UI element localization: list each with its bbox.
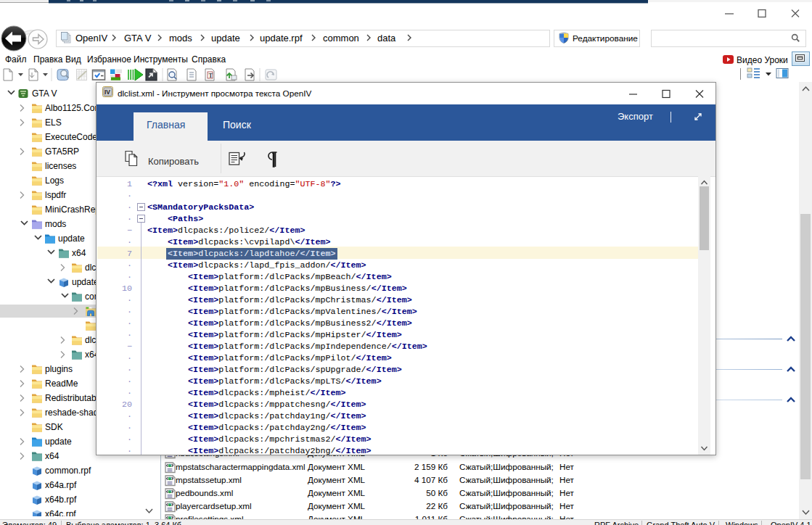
svg-text:update: update bbox=[58, 233, 85, 244]
svg-text:plugins: plugins bbox=[45, 364, 73, 374]
svg-text:T: T bbox=[209, 73, 213, 79]
svg-text:Нет: Нет bbox=[559, 475, 575, 484]
svg-text:licenses: licenses bbox=[45, 161, 76, 171]
svg-text:Документ XML: Документ XML bbox=[308, 488, 366, 497]
svg-text:Документ XML: Документ XML bbox=[308, 475, 366, 484]
svg-text:Нет: Нет bbox=[559, 462, 575, 471]
svg-text:Сжатый;Шифрованный;: Сжатый;Шифрованный; bbox=[459, 501, 554, 510]
svg-text:Сжатый;Шифрованный;: Сжатый;Шифрованный; bbox=[459, 462, 554, 471]
svg-text:GTA5RP: GTA5RP bbox=[45, 146, 79, 157]
svg-text:Документ XML: Документ XML bbox=[308, 462, 366, 471]
svg-text:SDK: SDK bbox=[45, 422, 63, 432]
svg-text:GTA V: GTA V bbox=[32, 88, 57, 99]
svg-text:playercardsetup.xml: playercardsetup.xml bbox=[176, 501, 252, 510]
svg-text:lspdfr: lspdfr bbox=[45, 190, 66, 200]
svg-text:IV: IV bbox=[104, 88, 110, 96]
svg-text:pedbounds.xml: pedbounds.xml bbox=[176, 488, 233, 497]
svg-text:ReadMe: ReadMe bbox=[45, 379, 78, 389]
svg-text:mpstatssetup.xml: mpstatssetup.xml bbox=[176, 475, 242, 484]
svg-text:update: update bbox=[45, 437, 72, 447]
svg-text:x64: x64 bbox=[72, 248, 86, 258]
svg-text:50 Кб: 50 Кб bbox=[426, 488, 448, 497]
svg-text:4 107 Кб: 4 107 Кб bbox=[414, 475, 448, 484]
svg-text:22 Кб: 22 Кб bbox=[426, 501, 448, 510]
svg-text:x64a.rpf: x64a.rpf bbox=[45, 480, 77, 490]
svg-text:ExecuteCode: ExecuteCode bbox=[45, 132, 97, 142]
svg-text:common.rpf: common.rpf bbox=[45, 466, 91, 476]
svg-text:x64b.rpf: x64b.rpf bbox=[45, 495, 77, 505]
svg-text:Документ XML: Документ XML bbox=[308, 501, 366, 510]
svg-text:2 159 Кб: 2 159 Кб bbox=[414, 462, 448, 471]
svg-text:Сжатый;Шифрованный;: Сжатый;Шифрованный; bbox=[459, 488, 554, 497]
svg-text:mods: mods bbox=[45, 219, 66, 229]
svg-text:Сжатый;Шифрованный;: Сжатый;Шифрованный; bbox=[459, 475, 554, 484]
svg-text:Нет: Нет bbox=[559, 488, 575, 497]
svg-text:x64c.rpf: x64c.rpf bbox=[45, 509, 76, 516]
svg-text:ELS: ELS bbox=[45, 117, 62, 128]
svg-text:mpstatscharactermappingdata.xm: mpstatscharactermappingdata.xml bbox=[176, 462, 305, 471]
svg-text:Logs: Logs bbox=[45, 175, 64, 186]
svg-text:Нет: Нет bbox=[559, 501, 575, 510]
svg-text:x64: x64 bbox=[45, 451, 60, 461]
